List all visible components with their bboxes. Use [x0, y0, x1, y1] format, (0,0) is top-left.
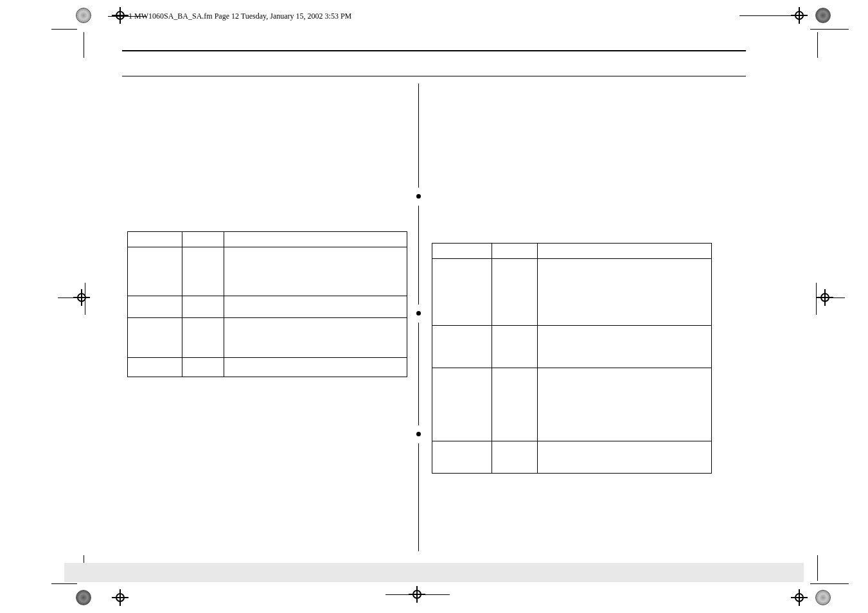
table-cell	[492, 368, 538, 441]
crop-line	[810, 29, 849, 30]
bullet-dot	[416, 432, 421, 436]
table-cell	[182, 247, 224, 296]
crop-line	[810, 583, 849, 584]
crop-line	[84, 32, 84, 58]
table-cell	[432, 326, 492, 368]
reg-circle-bottom-right	[815, 590, 831, 605]
table-cell	[538, 368, 712, 441]
left-table	[127, 231, 407, 377]
table-cell	[182, 358, 224, 377]
bullet-dot	[416, 194, 421, 199]
table-cell	[128, 358, 182, 377]
table-cell	[492, 441, 538, 474]
reg-circle-top-right	[815, 8, 831, 23]
table-cell	[224, 318, 407, 358]
table-cell	[538, 326, 712, 368]
column-divider	[418, 84, 419, 188]
table-cell	[432, 368, 492, 441]
table-cell	[538, 441, 712, 474]
reg-target-bottom-right	[793, 592, 805, 603]
crop-line	[51, 583, 77, 584]
reg-target-left-mid	[76, 292, 87, 303]
crop-header: 1 MW1060SA_BA_SA.fm Page 12 Tuesday, Jan…	[108, 12, 760, 21]
table-cell	[538, 244, 712, 259]
table-cell	[224, 358, 407, 377]
table-cell	[182, 318, 224, 358]
crop-line	[816, 283, 817, 315]
right-table	[432, 243, 712, 474]
table-cell	[182, 296, 224, 318]
body-rule-thick	[122, 50, 746, 51]
footer-strip	[64, 563, 804, 582]
crop-line	[385, 594, 450, 595]
crop-line	[817, 555, 818, 581]
table-cell	[492, 259, 538, 326]
reg-circle-bottom-left	[76, 590, 91, 605]
column-divider	[418, 206, 419, 305]
crop-line	[51, 29, 77, 30]
table-cell	[538, 259, 712, 326]
table-cell	[492, 326, 538, 368]
table-cell	[128, 232, 182, 247]
crop-line	[85, 283, 85, 315]
column-divider	[418, 323, 419, 425]
crop-line	[829, 298, 845, 298]
crop-line	[817, 32, 818, 58]
table-cell	[432, 259, 492, 326]
table-cell	[224, 296, 407, 318]
table-cell	[432, 244, 492, 259]
reg-target-bottom-left	[114, 592, 126, 603]
reg-circle-top-left	[76, 8, 91, 23]
column-divider	[418, 443, 419, 551]
table-cell	[224, 247, 407, 296]
table-cell	[128, 247, 182, 296]
body-rule-thin	[122, 76, 746, 76]
table-cell	[128, 318, 182, 358]
crop-header-text: 1 MW1060SA_BA_SA.fm Page 12 Tuesday, Jan…	[128, 12, 351, 21]
crop-line	[58, 298, 74, 298]
table-cell	[128, 296, 182, 318]
bullet-dot	[416, 311, 421, 315]
table-cell	[492, 244, 538, 259]
header-rule-right	[740, 15, 804, 16]
table-cell	[432, 441, 492, 474]
table-cell	[224, 232, 407, 247]
table-cell	[182, 232, 224, 247]
